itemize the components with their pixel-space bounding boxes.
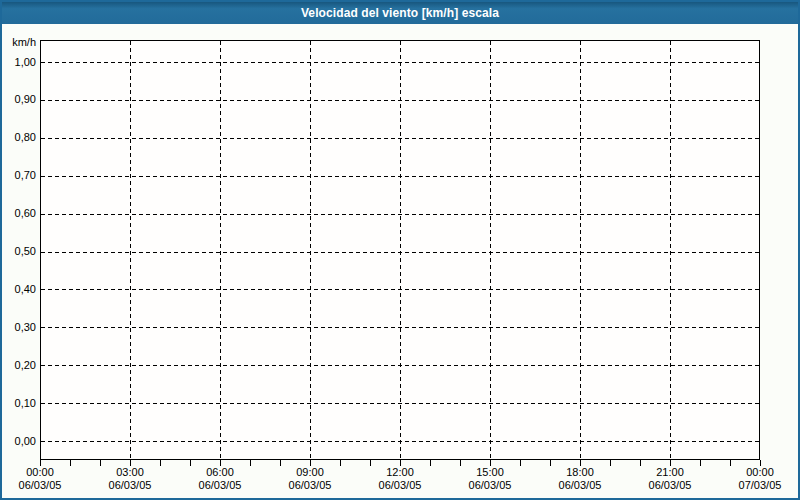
y-tick-label: 0,20 bbox=[2, 359, 36, 372]
y-tick-label: 0,90 bbox=[2, 93, 36, 106]
window-title-bar: Velocidad del viento [km/h] escala bbox=[2, 2, 798, 24]
x-tick-label: 21:0006/03/05 bbox=[638, 466, 702, 492]
x-tick-date: 06/03/05 bbox=[458, 479, 522, 492]
x-axis-tick bbox=[40, 460, 41, 466]
x-tick-label: 00:0006/03/05 bbox=[8, 466, 72, 492]
y-tick-label: 1,00 bbox=[2, 56, 36, 69]
x-tick-time: 09:00 bbox=[278, 466, 342, 479]
x-axis-tick bbox=[70, 460, 71, 466]
x-tick-date: 06/03/05 bbox=[638, 479, 702, 492]
vertical-gridline bbox=[400, 41, 401, 459]
x-axis-tick bbox=[610, 460, 611, 466]
chart-window: Velocidad del viento [km/h] escala km/h … bbox=[0, 0, 800, 500]
vertical-gridline bbox=[490, 41, 491, 459]
x-axis-tick bbox=[340, 460, 341, 466]
vertical-gridline bbox=[310, 41, 311, 459]
x-axis-tick bbox=[370, 460, 371, 466]
y-axis-unit-label: km/h bbox=[2, 36, 36, 49]
y-tick-label: 0,00 bbox=[2, 435, 36, 448]
x-tick-label: 18:0006/03/05 bbox=[548, 466, 612, 492]
vertical-gridline bbox=[220, 41, 221, 459]
x-axis-tick bbox=[460, 460, 461, 466]
x-axis-tick bbox=[640, 460, 641, 466]
y-tick-label: 0,70 bbox=[2, 169, 36, 182]
x-axis-tick bbox=[760, 460, 761, 466]
y-tick-label: 0,60 bbox=[2, 207, 36, 220]
plot-area bbox=[40, 40, 760, 460]
x-tick-time: 12:00 bbox=[368, 466, 432, 479]
x-tick-time: 06:00 bbox=[188, 466, 252, 479]
x-tick-date: 06/03/05 bbox=[278, 479, 342, 492]
y-tick-label: 0,50 bbox=[2, 245, 36, 258]
x-tick-date: 06/03/05 bbox=[368, 479, 432, 492]
x-tick-time: 21:00 bbox=[638, 466, 702, 479]
y-tick-label: 0,30 bbox=[2, 321, 36, 334]
x-axis-tick bbox=[280, 460, 281, 466]
x-tick-time: 00:00 bbox=[728, 466, 792, 479]
x-axis-tick bbox=[310, 460, 311, 466]
x-tick-date: 06/03/05 bbox=[98, 479, 162, 492]
x-tick-time: 03:00 bbox=[98, 466, 162, 479]
x-axis-tick bbox=[700, 460, 701, 466]
y-tick-label: 0,80 bbox=[2, 131, 36, 144]
x-axis-tick bbox=[400, 460, 401, 466]
y-tick-label: 0,10 bbox=[2, 397, 36, 410]
x-axis-tick bbox=[250, 460, 251, 466]
x-axis-tick bbox=[670, 460, 671, 466]
x-tick-date: 06/03/05 bbox=[548, 479, 612, 492]
x-axis-tick bbox=[160, 460, 161, 466]
x-tick-time: 00:00 bbox=[8, 466, 72, 479]
x-tick-date: 06/03/05 bbox=[188, 479, 252, 492]
x-axis-tick bbox=[730, 460, 731, 466]
x-tick-label: 12:0006/03/05 bbox=[368, 466, 432, 492]
x-tick-label: 09:0006/03/05 bbox=[278, 466, 342, 492]
x-axis-tick bbox=[190, 460, 191, 466]
x-axis-tick bbox=[130, 460, 131, 466]
x-tick-label: 06:0006/03/05 bbox=[188, 466, 252, 492]
x-tick-date: 06/03/05 bbox=[8, 479, 72, 492]
x-axis-tick bbox=[220, 460, 221, 466]
x-axis-tick bbox=[490, 460, 491, 466]
vertical-gridline bbox=[580, 41, 581, 459]
x-axis-tick bbox=[580, 460, 581, 466]
x-axis-tick bbox=[100, 460, 101, 466]
x-tick-time: 15:00 bbox=[458, 466, 522, 479]
chart-content: km/h 1,000,900,800,700,600,500,400,300,2… bbox=[2, 24, 798, 498]
x-tick-date: 07/03/05 bbox=[728, 479, 792, 492]
x-tick-label: 15:0006/03/05 bbox=[458, 466, 522, 492]
x-axis-tick bbox=[520, 460, 521, 466]
x-tick-label: 00:0007/03/05 bbox=[728, 466, 792, 492]
x-tick-label: 03:0006/03/05 bbox=[98, 466, 162, 492]
vertical-gridline bbox=[130, 41, 131, 459]
x-tick-time: 18:00 bbox=[548, 466, 612, 479]
x-axis-tick bbox=[430, 460, 431, 466]
x-axis-tick bbox=[550, 460, 551, 466]
window-title: Velocidad del viento [km/h] escala bbox=[301, 6, 499, 20]
vertical-gridline bbox=[670, 41, 671, 459]
y-tick-label: 0,40 bbox=[2, 283, 36, 296]
